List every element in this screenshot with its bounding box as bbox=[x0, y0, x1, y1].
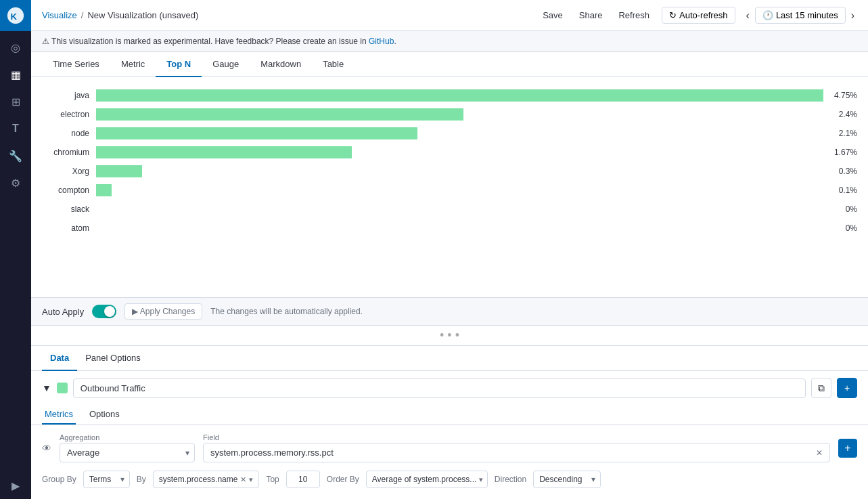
bar-value: 0.3% bbox=[823, 167, 857, 176]
by-field-input[interactable]: system.process.name ✕ ▾ bbox=[153, 471, 260, 488]
aggregation-label: Aggregation bbox=[60, 433, 195, 441]
metric-tab-options[interactable]: Options bbox=[87, 405, 122, 425]
aggregation-select[interactable]: Average Sum Min Max Count bbox=[60, 443, 195, 462]
experimental-banner: ⚠ This visualization is marked as experi… bbox=[31, 31, 868, 52]
bar-row: node2.1% bbox=[42, 126, 857, 141]
topbar-actions: Save Share Refresh ↻ Auto-refresh ‹ 🕐 La… bbox=[539, 7, 857, 24]
order-by-label: Order By bbox=[327, 475, 359, 484]
visibility-icon[interactable]: 👁 bbox=[42, 443, 51, 454]
group-by-label: Group By bbox=[42, 475, 76, 484]
refresh-button[interactable]: Refresh bbox=[614, 7, 654, 23]
top-number-input[interactable] bbox=[286, 471, 320, 488]
bar-chart: java4.75%electron2.4%node2.1%chromium1.6… bbox=[42, 88, 857, 236]
main-content: Visualize / New Visualization (unsaved) … bbox=[31, 0, 868, 499]
bar-label: java bbox=[42, 91, 96, 100]
bar-container bbox=[96, 127, 823, 139]
chart-area: java4.75%electron2.4%node2.1%chromium1.6… bbox=[31, 77, 868, 297]
series-add-button[interactable]: + bbox=[837, 378, 857, 398]
metric-tab-metrics[interactable]: Metrics bbox=[42, 405, 76, 425]
by-field-clear[interactable]: ✕ bbox=[240, 475, 246, 484]
sidebar: K ◎ ▦ ⊞ T 🔧 ⚙ ▶ bbox=[0, 0, 31, 499]
series-row: ▼ Outbound Traffic ⧉ + bbox=[31, 371, 868, 405]
add-metric-button[interactable]: + bbox=[838, 439, 857, 458]
panel-divider[interactable]: • • • bbox=[31, 326, 868, 345]
terms-select-wrap: Terms Filters bbox=[83, 471, 130, 488]
tab-time-series[interactable]: Time Series bbox=[42, 52, 110, 77]
bar-container bbox=[96, 165, 823, 177]
bar-value: 0% bbox=[823, 204, 857, 214]
bar-fill bbox=[96, 165, 142, 177]
bar-label: slack bbox=[42, 204, 96, 214]
apply-changes-button[interactable]: ▶ Apply Changes bbox=[124, 303, 202, 320]
breadcrumb-current: New Visualization (unsaved) bbox=[87, 10, 198, 20]
github-link[interactable]: GitHub bbox=[369, 37, 394, 46]
by-field-value: system.process.name bbox=[159, 475, 238, 484]
group-by-row: Group By Terms Filters By system.process… bbox=[31, 465, 868, 494]
bar-row: java4.75% bbox=[42, 88, 857, 103]
order-by-value: Average of system.process... bbox=[372, 475, 477, 484]
breadcrumb-visualize-link[interactable]: Visualize bbox=[42, 10, 77, 20]
bar-row: chromium1.67% bbox=[42, 145, 857, 160]
config-tab-data[interactable]: Data bbox=[42, 346, 77, 371]
bar-row: electron2.4% bbox=[42, 107, 857, 122]
tab-table[interactable]: Table bbox=[312, 52, 355, 77]
refresh-icon: ↻ bbox=[669, 10, 677, 20]
bar-row: Xorg0.3% bbox=[42, 164, 857, 179]
field-input-display[interactable]: system.process.memory.rss.pct ✕ bbox=[203, 443, 830, 462]
dashboard-icon[interactable]: ⊞ bbox=[0, 88, 31, 115]
order-by-input[interactable]: Average of system.process... ▾ bbox=[366, 471, 488, 488]
order-by-chevron: ▾ bbox=[479, 475, 483, 484]
bar-row: atom0% bbox=[42, 221, 857, 236]
bar-value: 2.4% bbox=[823, 110, 857, 119]
dev-tools-icon[interactable]: 🔧 bbox=[0, 142, 31, 169]
series-collapse-button[interactable]: ▼ bbox=[42, 383, 51, 393]
group-by-type-select[interactable]: Terms Filters bbox=[83, 471, 130, 488]
toggle-knob bbox=[104, 306, 115, 317]
time-prev-button[interactable]: ‹ bbox=[744, 8, 752, 23]
bar-label: electron bbox=[42, 110, 96, 119]
share-button[interactable]: Share bbox=[575, 7, 607, 23]
direction-label: Direction bbox=[495, 475, 526, 484]
auto-apply-toggle[interactable] bbox=[92, 305, 116, 318]
direction-select[interactable]: Descending Ascending bbox=[533, 471, 601, 488]
bar-container bbox=[96, 146, 823, 158]
tab-metric[interactable]: Metric bbox=[110, 52, 156, 77]
time-nav: ‹ 🕐 Last 15 minutes › bbox=[744, 7, 857, 24]
auto-refresh-button[interactable]: ↻ Auto-refresh bbox=[662, 7, 735, 24]
visualize-icon[interactable]: ▦ bbox=[0, 61, 31, 88]
play-icon[interactable]: ▶ bbox=[0, 472, 31, 499]
field-clear-button[interactable]: ✕ bbox=[816, 448, 823, 458]
tab-gauge[interactable]: Gauge bbox=[202, 52, 250, 77]
top-label: Top bbox=[266, 475, 279, 484]
auto-apply-bar: Auto Apply ▶ Apply Changes The changes w… bbox=[31, 297, 868, 326]
bar-row: compton0.1% bbox=[42, 183, 857, 198]
field-group: Field system.process.memory.rss.pct ✕ bbox=[203, 433, 830, 462]
field-value-text: system.process.memory.rss.pct bbox=[210, 448, 334, 458]
bar-label: atom bbox=[42, 223, 96, 233]
config-tab-panel-options[interactable]: Panel Options bbox=[77, 346, 149, 371]
time-next-button[interactable]: › bbox=[848, 8, 857, 23]
tab-markdown[interactable]: Markdown bbox=[250, 52, 312, 77]
timelion-icon[interactable]: T bbox=[0, 115, 31, 142]
bar-value: 4.75% bbox=[823, 91, 857, 100]
bar-label: Xorg bbox=[42, 167, 96, 176]
management-icon[interactable]: ⚙ bbox=[0, 169, 31, 196]
bar-fill bbox=[96, 127, 417, 139]
aggregation-select-wrap: Average Sum Min Max Count bbox=[60, 443, 195, 462]
metric-row: 👁 Aggregation Average Sum Min Max Count … bbox=[31, 431, 868, 465]
bar-container bbox=[96, 108, 823, 121]
series-copy-button[interactable]: ⧉ bbox=[811, 378, 831, 398]
logo-icon[interactable]: K bbox=[0, 0, 31, 31]
bar-container bbox=[96, 222, 823, 234]
breadcrumb: Visualize / New Visualization (unsaved) bbox=[42, 10, 539, 20]
clock-icon: 🕐 bbox=[762, 10, 773, 20]
discover-icon[interactable]: ◎ bbox=[0, 34, 31, 61]
tab-top-n[interactable]: Top N bbox=[156, 52, 202, 77]
bar-fill bbox=[96, 146, 352, 158]
save-button[interactable]: Save bbox=[539, 7, 567, 23]
viz-type-tabs: Time Series Metric Top N Gauge Markdown … bbox=[31, 52, 868, 77]
time-range-button[interactable]: 🕐 Last 15 minutes bbox=[755, 7, 846, 24]
series-color-swatch[interactable] bbox=[57, 383, 68, 393]
bar-fill bbox=[96, 108, 463, 121]
series-name-input[interactable]: Outbound Traffic bbox=[73, 378, 806, 398]
